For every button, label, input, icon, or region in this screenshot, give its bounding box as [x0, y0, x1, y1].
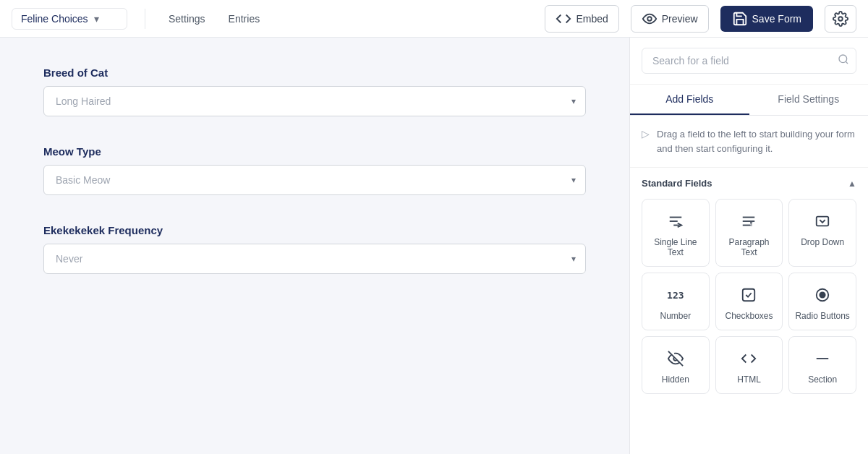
tab-field-settings[interactable]: Field Settings — [749, 85, 869, 115]
field-card-paragraph-text[interactable]: ¶Paragraph Text — [715, 199, 783, 267]
field-card-label-radio-buttons: Radio Buttons — [795, 311, 849, 321]
section-header: Standard Fields ▲ — [642, 178, 856, 189]
field-label-meow: Meow Type — [43, 145, 586, 158]
save-icon — [732, 11, 748, 27]
paragraph-text-icon: ¶ — [741, 211, 757, 231]
field-card-label-paragraph-text: Paragraph Text — [722, 237, 777, 257]
meow-select-wrapper: Basic Meow ▾ — [43, 165, 586, 195]
save-form-button[interactable]: Save Form — [720, 6, 813, 32]
svg-rect-10 — [817, 217, 829, 226]
form-field-frequency: Ekekekekek Frequency Never ▾ — [43, 224, 586, 274]
nav-entries[interactable]: Entries — [223, 10, 266, 27]
field-label-frequency: Ekekekekek Frequency — [43, 224, 586, 236]
search-input[interactable] — [642, 48, 856, 74]
field-card-radio-buttons[interactable]: Radio Buttons — [788, 273, 856, 330]
field-card-section[interactable]: Section — [788, 336, 856, 394]
nav-settings[interactable]: Settings — [163, 10, 211, 27]
form-field-breed: Breed of Cat Long Haired ▾ — [43, 67, 586, 116]
nav-divider — [145, 9, 145, 29]
preview-button[interactable]: Preview — [631, 5, 709, 33]
svg-point-13 — [820, 292, 825, 297]
radio-buttons-icon — [814, 285, 830, 305]
svg-point-2 — [839, 55, 847, 63]
form-name: Feline Choices — [21, 13, 88, 25]
number-icon: 123 — [667, 285, 684, 305]
field-card-html[interactable]: HTML — [715, 336, 783, 394]
checkboxes-icon — [741, 285, 757, 305]
hint-text: Drag a field to the left to start buildi… — [657, 127, 856, 155]
right-panel: Add Fields Field Settings ▷ Drag a field… — [629, 38, 868, 454]
fields-section: Standard Fields ▲ Single Line Text¶Parag… — [630, 168, 868, 454]
fields-grid: Single Line Text¶Paragraph TextDrop Down… — [642, 199, 856, 394]
form-field-meow: Meow Type Basic Meow ▾ — [43, 145, 586, 195]
section-icon — [814, 348, 830, 369]
field-card-number[interactable]: 123Number — [642, 273, 710, 330]
svg-line-3 — [846, 61, 848, 64]
field-card-label-hidden: Hidden — [662, 374, 689, 385]
tab-add-fields[interactable]: Add Fields — [630, 85, 749, 115]
form-canvas: Breed of Cat Long Haired ▾ Meow Type Bas… — [0, 38, 629, 454]
eye-icon — [642, 11, 658, 27]
collapse-icon[interactable]: ▲ — [848, 179, 856, 189]
gear-icon — [833, 11, 848, 27]
html-icon — [741, 348, 757, 369]
search-icon[interactable] — [838, 53, 849, 68]
meow-select[interactable]: Basic Meow — [43, 165, 586, 195]
svg-point-0 — [647, 17, 652, 21]
field-card-label-number: Number — [660, 311, 691, 321]
field-card-label-html: HTML — [737, 374, 761, 385]
panel-tabs: Add Fields Field Settings — [630, 85, 868, 116]
search-bar — [630, 38, 868, 85]
form-selector[interactable]: Feline Choices ▾ — [12, 8, 127, 30]
field-label-breed: Breed of Cat — [43, 67, 586, 79]
frequency-select[interactable]: Never — [43, 244, 586, 274]
field-card-label-single-line-text: Single Line Text — [648, 237, 703, 257]
svg-rect-11 — [743, 289, 755, 301]
hint-area: ▷ Drag a field to the left to start buil… — [630, 116, 868, 168]
svg-text:¶: ¶ — [750, 220, 753, 227]
embed-icon — [556, 11, 571, 27]
embed-button[interactable]: Embed — [545, 5, 618, 33]
main-layout: Breed of Cat Long Haired ▾ Meow Type Bas… — [0, 38, 868, 454]
header: Feline Choices ▾ Settings Entries Embed … — [0, 0, 868, 38]
field-card-drop-down[interactable]: Drop Down — [788, 199, 856, 267]
settings-gear-button[interactable] — [825, 5, 856, 33]
field-card-label-drop-down: Drop Down — [801, 237, 844, 247]
frequency-select-wrapper: Never ▾ — [43, 244, 586, 274]
breed-select[interactable]: Long Haired — [43, 86, 586, 116]
field-card-single-line-text[interactable]: Single Line Text — [642, 199, 710, 267]
single-line-text-icon — [668, 211, 684, 231]
breed-select-wrapper: Long Haired ▾ — [43, 86, 586, 116]
cursor-icon: ▷ — [642, 128, 650, 140]
hidden-icon — [668, 348, 684, 369]
section-title: Standard Fields — [642, 178, 712, 189]
drop-down-icon — [814, 211, 830, 231]
svg-point-1 — [838, 17, 843, 21]
field-card-label-section: Section — [808, 374, 837, 385]
search-input-wrapper — [642, 48, 856, 74]
field-card-checkboxes[interactable]: Checkboxes — [715, 273, 783, 330]
field-card-label-checkboxes: Checkboxes — [725, 311, 773, 321]
chevron-down-icon: ▾ — [94, 13, 99, 25]
field-card-hidden[interactable]: Hidden — [642, 336, 710, 394]
